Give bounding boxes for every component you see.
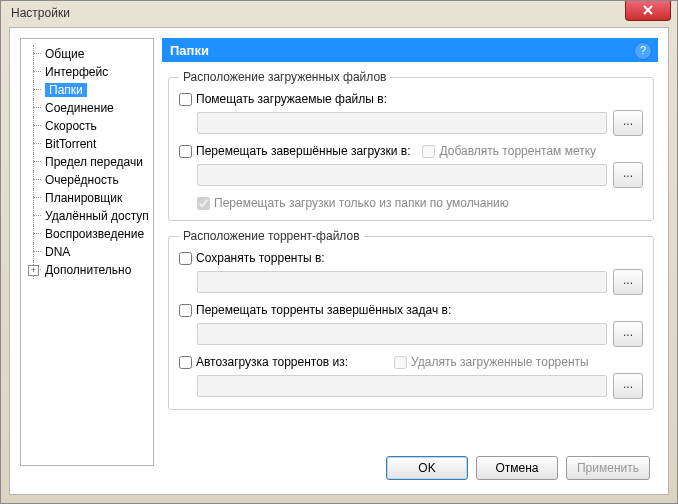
checkbox-delete-loaded: Удалять загруженные торренты <box>394 355 589 369</box>
checkbox-save-torrents[interactable]: Сохранять торренты в: <box>179 251 325 265</box>
tree-item-advanced[interactable]: + Дополнительно <box>25 261 153 279</box>
ok-button[interactable]: OK <box>386 456 468 480</box>
browse-move-torrents[interactable]: ... <box>613 321 643 347</box>
browse-autoload[interactable]: ... <box>613 373 643 399</box>
tree-item-general[interactable]: Общие <box>25 45 153 63</box>
tree-item-dna[interactable]: DNA <box>25 243 153 261</box>
checkbox-delete-loaded-input <box>394 356 407 369</box>
checkbox-move-completed-input[interactable] <box>179 145 192 158</box>
panel-title: Папки <box>170 43 209 58</box>
checkbox-put-files-input[interactable] <box>179 93 192 106</box>
tree-item-folders[interactable]: Папки <box>25 81 153 99</box>
browse-put-files[interactable]: ... <box>613 110 643 136</box>
help-icon[interactable]: ? <box>634 42 652 60</box>
tree-item-connection[interactable]: Соединение <box>25 99 153 117</box>
client-area: Общие Интерфейс Папки Соединение Скорост… <box>9 27 669 495</box>
expand-icon[interactable]: + <box>28 265 39 276</box>
path-put-files[interactable] <box>197 112 607 134</box>
tree-item-scheduler[interactable]: Планировщик <box>25 189 153 207</box>
titlebar: Настройки <box>1 1 677 27</box>
tree-item-remote[interactable]: Удалённый доступ <box>25 207 153 225</box>
browse-save-torrents[interactable]: ... <box>613 269 643 295</box>
tree-item-speed[interactable]: Скорость <box>25 117 153 135</box>
tree-item-transfercap[interactable]: Предел передачи <box>25 153 153 171</box>
settings-window: Настройки Общие Интерфейс Папки Соединен… <box>0 0 678 504</box>
group2-legend: Расположение торрент-файлов <box>179 229 364 243</box>
path-move-torrents[interactable] <box>197 323 607 345</box>
tree-item-bittorrent[interactable]: BitTorrent <box>25 135 153 153</box>
browse-move-completed[interactable]: ... <box>613 162 643 188</box>
checkbox-only-default: Перемещать загрузки только из папки по у… <box>197 196 509 210</box>
panel-header: Папки ? <box>162 38 658 62</box>
close-icon <box>642 4 654 16</box>
group-downloaded-files: Расположение загруженных файлов Помещать… <box>168 70 654 221</box>
checkbox-move-torrents-input[interactable] <box>179 304 192 317</box>
category-tree[interactable]: Общие Интерфейс Папки Соединение Скорост… <box>20 38 154 466</box>
path-save-torrents[interactable] <box>197 271 607 293</box>
group1-legend: Расположение загруженных файлов <box>179 70 390 84</box>
panel-content: Расположение загруженных файлов Помещать… <box>162 62 658 466</box>
group-torrent-files: Расположение торрент-файлов Сохранять то… <box>168 229 654 410</box>
checkbox-move-torrents[interactable]: Перемещать торренты завершённых задач в: <box>179 303 451 317</box>
checkbox-add-label: Добавлять торрентам метку <box>422 144 596 158</box>
path-autoload[interactable] <box>197 375 607 397</box>
checkbox-put-files[interactable]: Помещать загружаемые файлы в: <box>179 92 387 106</box>
checkbox-save-torrents-input[interactable] <box>179 252 192 265</box>
checkbox-autoload[interactable]: Автозагрузка торрентов из: <box>179 355 348 369</box>
close-button[interactable] <box>625 1 671 21</box>
apply-button[interactable]: Применить <box>566 456 650 480</box>
cancel-button[interactable]: Отмена <box>476 456 558 480</box>
checkbox-autoload-input[interactable] <box>179 356 192 369</box>
checkbox-add-label-input <box>422 145 435 158</box>
checkbox-move-completed[interactable]: Перемещать завершённые загрузки в: <box>179 144 410 158</box>
dialog-buttons: OK Отмена Применить <box>386 456 650 480</box>
right-panel: Папки ? Расположение загруженных файлов … <box>162 38 658 466</box>
path-move-completed[interactable] <box>197 164 607 186</box>
tree-item-interface[interactable]: Интерфейс <box>25 63 153 81</box>
window-title: Настройки <box>11 6 70 20</box>
tree-item-playback[interactable]: Воспроизведение <box>25 225 153 243</box>
tree-item-queue[interactable]: Очерёдность <box>25 171 153 189</box>
checkbox-only-default-input <box>197 197 210 210</box>
